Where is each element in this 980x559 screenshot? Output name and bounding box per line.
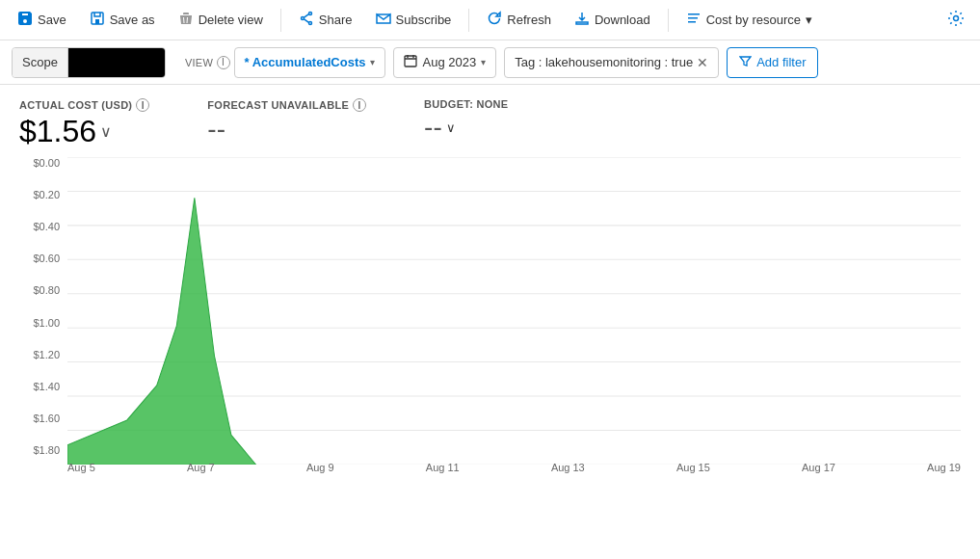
budget-block: BUDGET: NONE -- ∨ bbox=[424, 98, 508, 143]
delete-view-label: Delete view bbox=[199, 13, 263, 27]
date-chevron-icon: ▾ bbox=[481, 57, 486, 67]
budget-label: BUDGET: NONE bbox=[424, 98, 508, 110]
toolbar-separator-3 bbox=[668, 9, 669, 32]
metrics-area: ACTUAL COST (USD) i $1.56 ∨ FORECAST UNA… bbox=[0, 85, 980, 157]
actual-cost-value: $1.56 ∨ bbox=[19, 114, 149, 149]
svg-point-4 bbox=[308, 22, 311, 25]
svg-point-8 bbox=[954, 16, 959, 21]
y-label-0: $1.80 bbox=[19, 444, 67, 456]
view-prefix-label: VIEW i bbox=[185, 56, 230, 69]
forecast-label-text: FORECAST UNAVAILABLE bbox=[207, 99, 349, 111]
subscribe-icon bbox=[376, 11, 391, 29]
save-button[interactable]: Save bbox=[8, 6, 76, 34]
tag-filter-text: Tag : lakehousemonitoring : true bbox=[515, 55, 693, 69]
actual-cost-chevron-icon[interactable]: ∨ bbox=[100, 122, 112, 141]
subscribe-button[interactable]: Subscribe bbox=[366, 6, 462, 34]
actual-cost-label-text: ACTUAL COST (USD) bbox=[19, 99, 132, 111]
view-dropdown-button[interactable]: * AccumulatedCosts ▾ bbox=[234, 47, 386, 78]
share-button[interactable]: Share bbox=[289, 6, 362, 34]
y-label-2: $1.40 bbox=[19, 381, 67, 392]
date-picker-button[interactable]: Aug 2023 ▾ bbox=[393, 47, 496, 78]
actual-cost-number: $1.56 bbox=[19, 114, 96, 149]
x-label-aug11: Aug 11 bbox=[426, 462, 460, 473]
y-label-1: $1.60 bbox=[19, 413, 67, 424]
forecast-info-icon[interactable]: i bbox=[353, 98, 366, 112]
filter-bar: Scope VIEW i * AccumulatedCosts ▾ Aug 20… bbox=[0, 40, 980, 85]
svg-point-2 bbox=[308, 13, 311, 15]
save-as-button[interactable]: Save as bbox=[80, 6, 165, 34]
toolbar-separator-1 bbox=[280, 9, 281, 32]
y-label-9: $0.00 bbox=[19, 157, 67, 169]
x-label-aug17: Aug 17 bbox=[802, 462, 835, 473]
budget-label-text: BUDGET: NONE bbox=[424, 98, 508, 110]
download-button[interactable]: Download bbox=[565, 6, 660, 34]
svg-rect-9 bbox=[405, 56, 416, 67]
chart-container: $1.80 $1.60 $1.40 $1.20 $1.00 $0.80 $0.6… bbox=[0, 157, 980, 485]
y-label-5: $0.80 bbox=[19, 284, 67, 296]
view-info-icon[interactable]: i bbox=[217, 56, 230, 69]
scope-area: Scope bbox=[12, 47, 166, 78]
svg-point-3 bbox=[301, 17, 304, 20]
cost-by-resource-button[interactable]: Cost by resource ▾ bbox=[676, 6, 822, 34]
view-name-label: * AccumulatedCosts bbox=[245, 55, 366, 69]
spike-polygon bbox=[67, 198, 256, 465]
share-label: Share bbox=[319, 13, 353, 27]
settings-icon bbox=[947, 10, 965, 30]
subscribe-label: Subscribe bbox=[396, 13, 452, 27]
y-label-3: $1.20 bbox=[19, 349, 67, 360]
x-axis: Aug 5 Aug 7 Aug 9 Aug 11 Aug 13 Aug 15 A… bbox=[67, 456, 961, 485]
svg-rect-7 bbox=[688, 21, 696, 23]
view-prefix-text: VIEW bbox=[185, 56, 213, 67]
add-filter-label: Add filter bbox=[756, 55, 806, 69]
download-label: Download bbox=[595, 13, 650, 27]
y-axis: $1.80 $1.60 $1.40 $1.20 $1.00 $0.80 $0.6… bbox=[19, 157, 67, 456]
cost-by-resource-label: Cost by resource bbox=[706, 13, 801, 27]
calendar-icon bbox=[404, 54, 417, 70]
svg-rect-1 bbox=[95, 19, 99, 24]
toolbar-separator-2 bbox=[468, 9, 469, 32]
forecast-value: -- bbox=[207, 114, 366, 145]
x-label-aug19: Aug 19 bbox=[927, 462, 961, 473]
view-selector: VIEW i * AccumulatedCosts ▾ bbox=[185, 47, 386, 78]
share-icon bbox=[299, 11, 314, 29]
svg-rect-6 bbox=[688, 17, 698, 19]
add-filter-button[interactable]: Add filter bbox=[727, 47, 818, 78]
budget-value-area: -- ∨ bbox=[424, 112, 508, 143]
forecast-label: FORECAST UNAVAILABLE i bbox=[207, 98, 366, 112]
cost-list-icon bbox=[686, 11, 702, 29]
save-as-icon bbox=[90, 11, 105, 29]
delete-view-button[interactable]: Delete view bbox=[169, 6, 273, 34]
y-label-6: $0.60 bbox=[19, 253, 67, 264]
y-label-8: $0.20 bbox=[19, 189, 67, 200]
actual-cost-label: ACTUAL COST (USD) i bbox=[19, 98, 149, 112]
x-label-aug7: Aug 7 bbox=[187, 462, 215, 473]
refresh-icon bbox=[487, 11, 502, 29]
svg-rect-5 bbox=[688, 13, 700, 15]
x-label-aug13: Aug 13 bbox=[551, 462, 585, 473]
budget-chevron-icon[interactable]: ∨ bbox=[446, 120, 456, 135]
cost-by-resource-chevron-icon: ▾ bbox=[806, 13, 812, 27]
x-label-aug15: Aug 15 bbox=[676, 462, 710, 473]
refresh-label: Refresh bbox=[507, 13, 551, 27]
actual-cost-info-icon[interactable]: i bbox=[136, 98, 149, 112]
tag-filter: Tag : lakehousemonitoring : true ✕ bbox=[504, 47, 719, 78]
settings-button[interactable] bbox=[940, 5, 972, 35]
actual-cost-block: ACTUAL COST (USD) i $1.56 ∨ bbox=[19, 98, 149, 149]
save-label: Save bbox=[38, 13, 66, 27]
refresh-button[interactable]: Refresh bbox=[477, 6, 561, 34]
x-label-aug9: Aug 9 bbox=[306, 462, 334, 473]
budget-dash: -- bbox=[424, 112, 442, 143]
forecast-dash: -- bbox=[207, 114, 225, 145]
download-icon bbox=[574, 11, 590, 29]
x-label-aug5: Aug 5 bbox=[67, 462, 95, 473]
chart-svg bbox=[67, 157, 961, 465]
save-icon bbox=[17, 11, 33, 29]
y-label-4: $1.00 bbox=[19, 317, 67, 329]
scope-label: Scope bbox=[13, 48, 68, 77]
date-label: Aug 2023 bbox=[422, 55, 476, 69]
toolbar: Save Save as Delete view Share Subscribe… bbox=[0, 0, 980, 40]
forecast-block: FORECAST UNAVAILABLE i -- bbox=[207, 98, 366, 145]
y-label-7: $0.40 bbox=[19, 221, 67, 232]
tag-filter-close-button[interactable]: ✕ bbox=[697, 56, 708, 69]
scope-value[interactable] bbox=[68, 48, 165, 77]
